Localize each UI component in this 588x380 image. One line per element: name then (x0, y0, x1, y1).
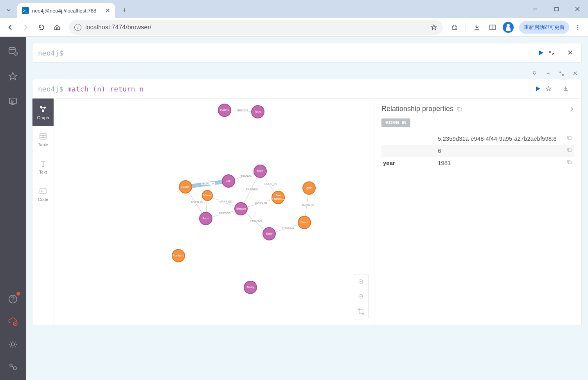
maximize-button[interactable] (546, 0, 567, 18)
settings-gear-icon[interactable] (7, 339, 19, 350)
fullscreen-icon[interactable] (559, 71, 564, 76)
edge-label: FRIENDS (236, 109, 250, 112)
svg-rect-37 (568, 149, 571, 152)
about-neo4j-icon[interactable] (7, 361, 19, 373)
edge-label: MARRIED (219, 200, 233, 203)
site-info-icon[interactable]: i (74, 24, 81, 31)
graph-node[interactable]: Miami (202, 190, 213, 201)
reload-button[interactable] (34, 20, 49, 34)
graph-node[interactable]: Liz (222, 174, 235, 188)
copy-all-icon[interactable] (457, 106, 462, 112)
extensions-button[interactable] (448, 20, 462, 34)
svg-point-7 (9, 47, 15, 50)
zoom-in-icon[interactable] (354, 274, 368, 289)
cloud-sync-icon[interactable] (7, 316, 19, 328)
tab-graph[interactable]: Graph (32, 99, 54, 126)
tab-code-label: Code (38, 197, 48, 202)
profile-avatar[interactable] (503, 22, 514, 33)
main-area: neo4j$ ✕ ✕ neo4j$ match (n) return n (26, 37, 588, 380)
export-icon[interactable] (563, 86, 576, 92)
graph-node[interactable]: Portland (172, 249, 185, 262)
frame-body: Graph Table Text Code (32, 99, 582, 325)
graph-node[interactable]: Sally (263, 227, 276, 240)
collapse-icon[interactable] (546, 71, 550, 76)
tab-table[interactable]: Table (32, 126, 54, 153)
editor-prompt: neo4j$ (38, 49, 63, 57)
property-key: year (383, 160, 438, 166)
view-tabs: Graph Table Text Code (32, 99, 54, 325)
menu-button[interactable] (571, 20, 585, 34)
back-button[interactable] (3, 20, 17, 34)
graph-node[interactable]: John (199, 212, 212, 225)
property-row: 5:2359d31a-e948-4f44-9a95-a27b2aebf598:6 (381, 133, 574, 145)
graph-canvas[interactable]: FRIENDSFRIENDSBORN_INBORN_INBORN_INFRIEN… (54, 99, 374, 325)
edge-label: FRIENDS (239, 174, 253, 177)
close-frame-icon[interactable]: ✕ (573, 70, 578, 77)
graph-node[interactable]: San Franci… (272, 191, 285, 204)
cypher-input[interactable] (67, 49, 534, 57)
svg-point-6 (577, 29, 579, 30)
update-pill[interactable]: 重新启动即可更新 (519, 21, 569, 34)
svg-rect-2 (490, 25, 495, 30)
close-editor-icon[interactable]: ✕ (564, 48, 576, 57)
expand-editor-icon[interactable] (548, 50, 560, 56)
graph-node[interactable]: Steve (298, 216, 311, 229)
edge-label: BORN_IN (301, 203, 315, 206)
bookmark-star-icon[interactable] (430, 24, 437, 31)
forward-button[interactable] (19, 20, 33, 34)
pin-icon[interactable] (532, 71, 537, 76)
close-window-button[interactable] (567, 0, 588, 18)
zoom-fit-icon[interactable] (354, 304, 368, 319)
home-button[interactable] (50, 20, 64, 34)
svg-point-5 (577, 27, 579, 28)
new-tab-button[interactable]: + (117, 3, 131, 17)
edge-label: FRIENDS (218, 212, 232, 215)
tab-text-label: Text (39, 170, 47, 174)
svg-line-26 (362, 283, 363, 284)
chevron-right-icon[interactable] (569, 106, 574, 112)
tab-graph-label: Graph (37, 115, 49, 120)
svg-point-4 (577, 25, 579, 26)
browser-toolbar: i localhost:7474/browser/ 重新启动即可更新 (0, 18, 588, 37)
relationship-badge[interactable]: BORN_IN (381, 118, 410, 127)
sidepanel-button[interactable] (486, 20, 500, 34)
graph-node[interactable]: Tomy (244, 281, 257, 294)
database-icon[interactable] (7, 45, 19, 57)
copy-icon[interactable] (567, 160, 572, 165)
graph-node[interactable]: Carlos (218, 104, 231, 117)
help-icon[interactable] (7, 293, 19, 305)
minimize-button[interactable] (525, 0, 546, 18)
property-list: 5:2359d31a-e948-4f44-9a95-a27b2aebf598:6… (381, 133, 574, 169)
downloads-button[interactable] (470, 20, 484, 34)
cypher-editor[interactable]: neo4j$ ✕ (32, 43, 582, 63)
close-tab-icon[interactable]: ✕ (105, 7, 110, 14)
graph-node[interactable]: Mike (254, 165, 267, 178)
url-text: localhost:7474/browser/ (85, 24, 426, 31)
inspector-title: Relationship properties (381, 105, 453, 113)
graph-node[interactable]: Shawn (234, 202, 248, 215)
tab-dropdown[interactable] (0, 2, 17, 18)
copy-icon[interactable] (567, 147, 572, 152)
rerun-button[interactable] (534, 85, 541, 92)
favorite-query-icon[interactable] (545, 86, 559, 92)
svg-rect-38 (568, 161, 571, 164)
graph-node[interactable]: Boston (179, 180, 192, 194)
result-query: match (n) return n (67, 85, 144, 93)
tab-text[interactable]: Text (32, 153, 54, 181)
property-value: 1981 (438, 160, 573, 166)
address-bar[interactable]: i localhost:7474/browser/ (69, 20, 443, 35)
edge-label: FRIENDS (281, 226, 295, 229)
run-button[interactable] (538, 49, 545, 56)
documents-icon[interactable] (7, 95, 19, 107)
favorites-star-icon[interactable] (7, 70, 19, 82)
edge-label: BORN_IN (264, 183, 277, 185)
graph-node[interactable]: Lynn (302, 181, 316, 195)
graph-node[interactable]: Todd (251, 105, 264, 118)
zoom-out-icon[interactable] (354, 289, 368, 304)
frame-controls: ✕ (32, 68, 582, 79)
property-row: 6 (381, 145, 574, 157)
zoom-controls (354, 274, 369, 319)
browser-tab[interactable]: >_ neo4j@neo4j://localhost:768 ✕ (17, 3, 115, 18)
tab-code[interactable]: Code (32, 181, 54, 208)
copy-icon[interactable] (567, 135, 572, 140)
